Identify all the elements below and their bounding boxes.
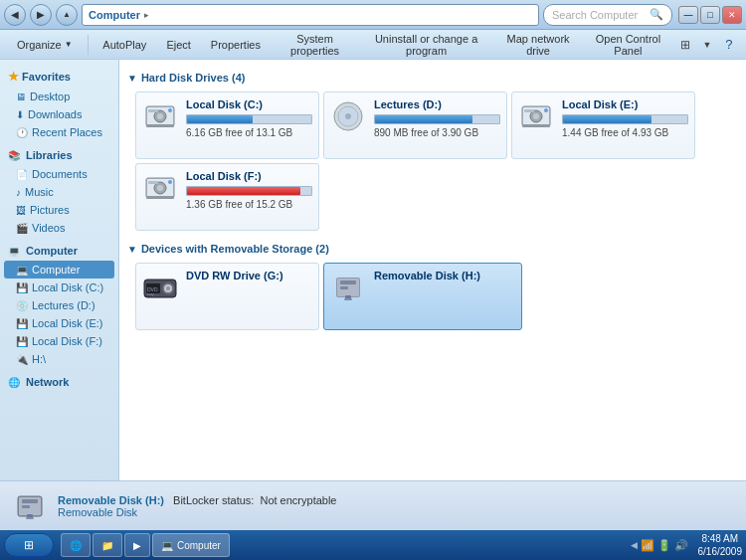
videos-icon: 🎬: [16, 223, 28, 234]
svg-point-5: [168, 108, 172, 112]
status-text-area: Removable Disk (H:) BitLocker status: No…: [58, 494, 336, 518]
sidebar-libraries-section: 📚 Libraries 📄 Documents ♪ Music 🖼 Pictur…: [0, 145, 118, 237]
start-button[interactable]: ⊞: [4, 533, 54, 557]
window-controls: — □ ✕: [678, 6, 742, 24]
taskbar-media-icon[interactable]: ▶: [124, 533, 150, 557]
system-properties-button[interactable]: System properties: [272, 33, 358, 57]
address-bar[interactable]: Computer ▸: [82, 4, 539, 26]
drive-e-name: Local Disk (E:): [562, 98, 688, 110]
sidebar-item-downloads[interactable]: ⬇ Downloads: [0, 105, 118, 123]
drive-h-removable[interactable]: Removable Disk (H:): [323, 263, 522, 330]
removable-arrow-icon: ▼: [127, 244, 137, 255]
autoplay-button[interactable]: AutoPlay: [93, 33, 155, 57]
toolbar-right: Open Control Panel ⊞ ▼ ?: [584, 33, 738, 57]
eject-button[interactable]: Eject: [157, 33, 199, 57]
status-bitlocker-value: Not encryptable: [260, 494, 336, 506]
drive-d-icon-area: [330, 98, 366, 136]
content-area: ▼ Hard Disk Drives (4): [119, 60, 746, 480]
tray-network-icon: 📶: [641, 538, 654, 552]
ie-icon: 🌐: [70, 540, 82, 551]
sidebar-item-recent-places[interactable]: 🕐 Recent Places: [0, 123, 118, 141]
sidebar-item-local-c[interactable]: 💾 Local Disk (C:): [0, 279, 118, 296]
properties-button[interactable]: Properties: [202, 33, 270, 57]
sidebar: ★ Favorites 🖥 Desktop ⬇ Downloads 🕐 Rece…: [0, 60, 119, 480]
drive-c[interactable]: Local Disk (C:) 6.16 GB free of 13.1 GB: [135, 92, 319, 159]
drive-g-icon-area: DVD RW: [142, 270, 178, 307]
recent-places-icon: 🕐: [16, 127, 28, 138]
hdd-c-svg-icon: [142, 98, 178, 134]
drive-f-icon-area: [142, 170, 178, 208]
organize-button[interactable]: Organize ▼: [8, 33, 82, 57]
drive-d[interactable]: Lectures (D:) 890 MB free of 3.90 GB: [323, 92, 507, 159]
svg-rect-37: [340, 286, 348, 289]
drive-e-progress-fill: [563, 115, 652, 123]
sidebar-item-videos[interactable]: 🎬 Videos: [0, 219, 118, 237]
drive-e[interactable]: Local Disk (E:) 1.44 GB free of 4.93 GB: [511, 92, 695, 159]
hdd-f-svg-icon: [142, 170, 178, 206]
svg-point-21: [157, 185, 163, 191]
search-box[interactable]: Search Computer 🔍: [543, 4, 672, 26]
music-icon: ♪: [16, 187, 21, 198]
sidebar-item-lectures-d[interactable]: 💿 Lectures (D:): [0, 296, 118, 314]
hdd-e-svg-icon: [518, 98, 554, 134]
clock-time: 8:48 AM: [698, 532, 743, 545]
maximize-button[interactable]: □: [700, 6, 720, 24]
hdd-e-icon: 💾: [16, 318, 28, 329]
view-icon-1[interactable]: ⊞: [676, 33, 694, 57]
sidebar-item-local-e[interactable]: 💾 Local Disk (E:): [0, 314, 118, 332]
uninstall-button[interactable]: Uninstall or change a program: [360, 33, 492, 57]
removable-section-label: Devices with Removable Storage (2): [141, 243, 329, 255]
tray-battery-icon: 🔋: [657, 538, 671, 552]
hdd-c-icon: 💾: [16, 282, 28, 293]
drive-d-info: Lectures (D:) 890 MB free of 3.90 GB: [374, 98, 500, 138]
drive-g-info: DVD RW Drive (G:): [186, 270, 312, 285]
drive-c-progress-fill: [187, 115, 253, 123]
drive-h-info: Removable Disk (H:): [374, 270, 515, 285]
drive-e-info: Local Disk (E:) 1.44 GB free of 4.93 GB: [562, 98, 688, 138]
sidebar-item-desktop[interactable]: 🖥 Desktop: [0, 88, 118, 105]
taskbar-ie-icon[interactable]: 🌐: [61, 533, 91, 557]
hard-disk-section-label: Hard Disk Drives (4): [141, 72, 246, 84]
map-network-button[interactable]: Map network drive: [494, 33, 582, 57]
nav-forward-button[interactable]: ▶: [30, 4, 52, 26]
sidebar-item-h-drive[interactable]: 🔌 H:\: [0, 350, 118, 368]
main-layout: ★ Favorites 🖥 Desktop ⬇ Downloads 🕐 Rece…: [0, 60, 746, 480]
sidebar-item-computer-root[interactable]: 💻 Computer: [4, 261, 114, 279]
drive-c-progress-bg: [186, 114, 312, 124]
toolbar-separator-1: [88, 35, 89, 55]
downloads-icon: ⬇: [16, 109, 24, 120]
status-bar: Removable Disk (H:) BitLocker status: No…: [0, 480, 746, 530]
taskbar-right: ◀ 📶 🔋 🔊 8:48 AM 6/16/2009: [631, 532, 743, 558]
sidebar-item-local-f[interactable]: 💾 Local Disk (F:): [0, 332, 118, 350]
sidebar-item-music[interactable]: ♪ Music: [0, 183, 118, 201]
tray-volume-icon: 🔊: [674, 538, 688, 552]
drive-f-size: 1.36 GB free of 15.2 GB: [186, 199, 312, 210]
view-dropdown-icon[interactable]: ▼: [698, 33, 716, 57]
drive-f-name: Local Disk (F:): [186, 170, 312, 182]
sidebar-network-section: 🌐 Network: [0, 372, 118, 392]
help-icon[interactable]: ?: [720, 33, 738, 57]
sidebar-item-documents[interactable]: 📄 Documents: [0, 165, 118, 183]
system-tray: ◀ 📶 🔋 🔊: [631, 538, 688, 552]
svg-rect-40: [344, 298, 352, 300]
open-control-panel-button[interactable]: Open Control Panel: [584, 33, 672, 57]
usb-h-icon: 🔌: [16, 354, 28, 365]
svg-rect-4: [148, 109, 158, 112]
documents-icon: 📄: [16, 169, 28, 180]
taskbar-explorer-icon[interactable]: 📁: [93, 533, 122, 557]
toolbar: Organize ▼ AutoPlay Eject Properties Sys…: [0, 30, 746, 60]
minimize-button[interactable]: —: [678, 6, 698, 24]
drive-g-dvd[interactable]: DVD RW DVD RW Drive (G:): [135, 263, 319, 330]
dvd-d-icon: 💿: [16, 300, 28, 311]
drive-f[interactable]: Local Disk (F:) 1.36 GB free of 15.2 GB: [135, 163, 319, 231]
close-button[interactable]: ✕: [722, 6, 742, 24]
drive-h-icon-area: [330, 270, 366, 307]
svg-point-23: [168, 180, 172, 184]
taskbar-computer-window[interactable]: 💻 Computer: [152, 533, 230, 557]
nav-up-button[interactable]: ▲: [56, 4, 78, 26]
tray-arrow-icon[interactable]: ◀: [631, 540, 638, 550]
sidebar-item-pictures[interactable]: 🖼 Pictures: [0, 201, 118, 219]
drive-g-name: DVD RW Drive (G:): [186, 270, 312, 281]
nav-back-button[interactable]: ◀: [4, 4, 26, 26]
usb-h-svg-icon: [330, 270, 366, 305]
